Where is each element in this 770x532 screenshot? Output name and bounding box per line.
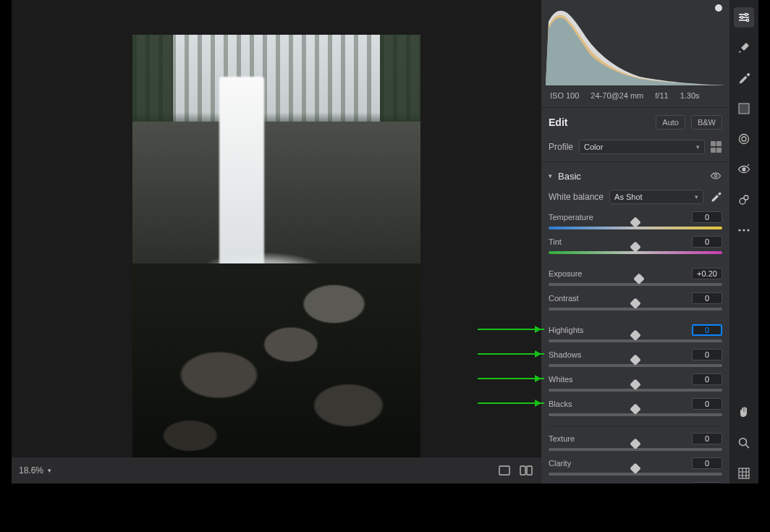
highlights-track[interactable] [549, 339, 722, 342]
visibility-toggle-icon[interactable] [709, 169, 722, 182]
chevron-down-icon: ▾ [696, 143, 700, 151]
hand-tool-icon[interactable] [734, 402, 754, 423]
profile-label: Profile [549, 142, 573, 152]
contrast-value[interactable]: 0 [692, 292, 722, 304]
exposure-slider[interactable]: Exposure+0.20 [549, 266, 722, 291]
zoom-tool-icon[interactable] [734, 433, 754, 453]
edit-tool-icon[interactable] [734, 7, 754, 28]
whites-value[interactable]: 0 [692, 373, 722, 385]
capture-metadata: ISO 100 24-70@24 mm f/11 1.30s [541, 87, 729, 108]
annotation-arrow-whites [478, 378, 544, 379]
white-balance-row: White balance As Shot ▾ [541, 187, 729, 210]
tint-track[interactable] [549, 251, 722, 254]
auto-button[interactable]: Auto [656, 115, 685, 130]
chevron-down-icon: ▾ [549, 172, 552, 180]
basic-section-title: Basic [558, 171, 703, 182]
annotation-arrow-highlights [478, 329, 544, 330]
redeye-tool-icon[interactable] [734, 159, 754, 180]
svg-point-11 [742, 168, 745, 171]
white-balance-value: As Shot [614, 193, 643, 201]
histogram[interactable] [541, 0, 729, 87]
clarity-value[interactable]: 0 [692, 457, 722, 469]
shadows-value[interactable]: 0 [692, 349, 722, 360]
exposure-track[interactable] [549, 283, 722, 286]
svg-rect-0 [499, 466, 509, 475]
texture-track[interactable] [549, 448, 722, 451]
svg-rect-1 [520, 466, 525, 475]
exposure-label: Exposure [549, 269, 582, 278]
contrast-track[interactable] [549, 308, 722, 311]
svg-point-13 [744, 195, 748, 200]
blacks-slider[interactable]: Blacks0 [549, 397, 722, 421]
dehaze-value[interactable]: 0 [692, 482, 722, 484]
bw-button[interactable]: B&W [691, 115, 722, 130]
blacks-track[interactable] [549, 413, 722, 416]
dehaze-slider[interactable]: Dehaze0 [549, 481, 722, 484]
shadows-label: Shadows [549, 350, 581, 359]
app-window: 18.6% ▾ ISO 100 24-70@24 mm f/11 1.30s [0, 0, 770, 532]
whites-track[interactable] [549, 389, 722, 392]
highlights-label: Highlights [549, 326, 583, 334]
white-balance-label: White balance [549, 192, 604, 202]
tint-slider[interactable]: Tint0 [549, 235, 722, 259]
blacks-label: Blacks [549, 400, 572, 408]
chevron-down-icon: ▾ [48, 467, 51, 474]
shadows-track[interactable] [549, 364, 722, 367]
gradient-tool-icon[interactable] [734, 98, 754, 119]
svg-point-9 [740, 135, 749, 144]
image-preview-area[interactable] [12, 0, 541, 484]
eyedropper-tool-icon[interactable] [734, 68, 754, 88]
svg-point-14 [738, 229, 740, 231]
temperature-track[interactable] [549, 227, 722, 229]
clarity-slider[interactable]: Clarity0 [549, 456, 722, 481]
exposure-value[interactable]: +0.20 [692, 268, 722, 279]
profile-row: Profile Color ▾ [541, 135, 729, 162]
more-icon[interactable] [734, 220, 754, 240]
svg-rect-18 [739, 468, 749, 478]
zoom-dropdown[interactable]: 18.6% ▾ [19, 465, 51, 476]
grid-view-icon[interactable] [734, 463, 754, 484]
svg-point-4 [745, 13, 747, 15]
tint-value[interactable]: 0 [692, 236, 722, 248]
temperature-slider[interactable]: Temperature0 [549, 210, 722, 235]
annotation-arrow-shadows [478, 353, 544, 355]
svg-point-16 [747, 229, 749, 231]
highlight-clipping-indicator[interactable] [715, 4, 722, 12]
compare-view-button[interactable] [518, 463, 534, 478]
temperature-value[interactable]: 0 [692, 211, 722, 223]
svg-point-15 [742, 229, 745, 231]
profile-select[interactable]: Color ▾ [579, 140, 705, 154]
preview-image[interactable] [132, 35, 420, 466]
blacks-value[interactable]: 0 [692, 398, 722, 410]
whites-slider[interactable]: Whites0 [549, 372, 722, 397]
temperature-label: Temperature [549, 213, 593, 221]
svg-point-6 [746, 19, 748, 21]
brush-tool-icon[interactable] [734, 38, 754, 58]
texture-value[interactable]: 0 [692, 433, 722, 444]
svg-point-5 [740, 16, 742, 18]
profile-browser-button[interactable] [711, 141, 722, 153]
basic-section-header[interactable]: ▾ Basic [541, 162, 729, 187]
white-balance-picker-icon[interactable] [709, 190, 722, 203]
highlights-value[interactable]: 0 [692, 324, 722, 336]
contrast-slider[interactable]: Contrast0 [549, 291, 722, 316]
chevron-down-icon: ▾ [695, 193, 698, 200]
whites-label: Whites [549, 375, 573, 384]
edit-panel: ISO 100 24-70@24 mm f/11 1.30s Edit Auto… [541, 0, 729, 484]
shadows-slider[interactable]: Shadows0 [549, 347, 722, 372]
svg-point-3 [714, 174, 717, 177]
highlights-slider[interactable]: Highlights0 [549, 323, 722, 347]
meta-shutter: 1.30s [680, 91, 700, 100]
basic-sliders: Temperature0 Tint0 Exposure+0.20 Contras… [541, 210, 729, 484]
white-balance-select[interactable]: As Shot ▾ [609, 190, 703, 204]
svg-rect-2 [527, 466, 532, 475]
svg-point-10 [742, 137, 746, 141]
texture-slider[interactable]: Texture0 [549, 431, 722, 456]
clarity-track[interactable] [549, 473, 722, 476]
meta-lens: 24-70@24 mm [591, 91, 643, 100]
edit-header: Edit Auto B&W [541, 108, 729, 135]
radial-tool-icon[interactable] [734, 129, 754, 149]
status-bar: 18.6% ▾ [12, 457, 541, 484]
heal-tool-icon[interactable] [734, 190, 754, 210]
single-view-button[interactable] [496, 463, 512, 478]
